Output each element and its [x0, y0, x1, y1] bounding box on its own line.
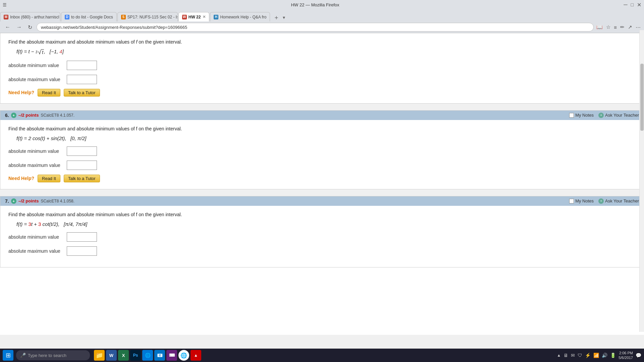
- question-5-max-row: absolute maximum value: [8, 75, 636, 84]
- address-bar-row: ← → ↻ 📖 ☆ ≡ ✏ ↗ ⋯: [0, 21, 644, 33]
- question-7-points: –/2 points: [18, 198, 39, 203]
- question-6-max-label: absolute maximum value: [8, 163, 62, 168]
- question-6-header-left: 6. + –/2 points SCalcET8 4.1.057.: [5, 113, 74, 118]
- question-5-formula: f(t) = t − 3√t, [−1, 4]: [16, 49, 636, 55]
- question-6-my-notes-label: My Notes: [575, 113, 594, 118]
- window-menu[interactable]: ☰: [3, 2, 7, 7]
- section-gap-6-7: [0, 189, 644, 196]
- forward-button[interactable]: →: [15, 23, 23, 31]
- tab-new[interactable]: ＋ ▾: [272, 13, 286, 21]
- question-7-notes-checkbox[interactable]: [569, 199, 574, 203]
- menu-icon[interactable]: ≡: [614, 24, 617, 30]
- question-6-source: SCalcET8 4.1.057.: [41, 113, 74, 118]
- refresh-button[interactable]: ↻: [26, 23, 34, 31]
- question-6-talk-tutor-btn[interactable]: Talk to a Tutor: [64, 175, 100, 182]
- browser-actions: 📖 ☆ ≡ ✏ ↗ ⋯: [596, 24, 641, 30]
- maximize-btn[interactable]: □: [631, 2, 634, 7]
- question-6-need-help-label: Need Help?: [8, 176, 34, 181]
- question-6-my-notes: My Notes: [569, 113, 594, 118]
- question-6-ask-teacher[interactable]: + Ask Your Teacher: [598, 113, 639, 118]
- question-6-min-label: absolute minimum value: [8, 148, 62, 154]
- reader-view-icon[interactable]: 📖: [596, 24, 603, 30]
- question-6-text: Find the absolute maximum and absolute m…: [8, 126, 636, 131]
- question-6-header: 6. + –/2 points SCalcET8 4.1.057. My Not…: [0, 111, 644, 120]
- question-7-my-notes: My Notes: [569, 198, 594, 203]
- tab-close-hw22[interactable]: ✕: [203, 15, 206, 19]
- question-6-max-row: absolute maximum value: [8, 161, 636, 170]
- question-5-text: Find the absolute maximum and absolute m…: [8, 39, 636, 45]
- minimize-btn[interactable]: ─: [624, 2, 627, 8]
- question-6-body: Find the absolute maximum and absolute m…: [0, 120, 644, 189]
- scroll-thumb[interactable]: [640, 64, 644, 131]
- share-icon[interactable]: ↗: [628, 24, 632, 30]
- tab-sp17[interactable]: S SP17: NUFS-115 Sec 02 - Iss: [117, 12, 178, 21]
- question-7-max-row: absolute maximum value: [8, 246, 636, 256]
- question-7-min-input[interactable]: [67, 232, 97, 242]
- more-icon[interactable]: ⋯: [636, 24, 641, 30]
- question-6-points: –/2 points: [18, 113, 39, 118]
- question-7-ask-teacher-label: Ask Your Teacher: [605, 198, 639, 203]
- question-7-plus-icon[interactable]: +: [11, 198, 16, 204]
- question-5-max-input[interactable]: [67, 75, 97, 84]
- tab-homeworkhelp[interactable]: H Homework Help - Q&A fro: [210, 12, 270, 21]
- question-7-section: 7. + –/2 points SCalcET8 4.1.058. My Not…: [0, 196, 644, 267]
- question-6-read-it-btn[interactable]: Read It: [38, 175, 60, 182]
- question-7-body: Find the absolute maximum and absolute m…: [0, 206, 644, 267]
- question-6-ask-teacher-icon: +: [598, 113, 604, 118]
- question-6-notes-checkbox[interactable]: [569, 113, 574, 118]
- bookmark-icon[interactable]: ☆: [606, 24, 610, 30]
- tab-googledocs[interactable]: D to do list - Google Docs: [61, 12, 117, 21]
- window-title: HW 22 — Mozilla Firefox: [291, 2, 339, 7]
- pencil-icon[interactable]: ✏: [620, 24, 625, 30]
- question-5-section: Find the absolute maximum and absolute m…: [0, 33, 644, 104]
- browser-chrome: ☰ HW 22 — Mozilla Firefox ─ □ ✕ M Inbox …: [0, 0, 644, 33]
- scroll-bar[interactable]: [639, 30, 644, 332]
- question-7-header: 7. + –/2 points SCalcET8 4.1.058. My Not…: [0, 196, 644, 206]
- question-7-header-left: 7. + –/2 points SCalcET8 4.1.058.: [5, 198, 74, 204]
- question-7-source: SCalcET8 4.1.058.: [41, 199, 74, 203]
- tab-bar: M Inbox (680) - arthur.harniscl D to do …: [0, 9, 644, 21]
- tab-hw22[interactable]: W HW 22 ✕: [178, 12, 210, 21]
- question-6-max-input[interactable]: [67, 161, 97, 170]
- question-5-body: Find the absolute maximum and absolute m…: [0, 33, 644, 103]
- tab-gmail[interactable]: M Inbox (680) - arthur.harniscl: [0, 12, 60, 21]
- question-6-section: 6. + –/2 points SCalcET8 4.1.057. My Not…: [0, 110, 644, 189]
- question-7-min-row: absolute minimum value: [8, 232, 636, 242]
- question-7-ask-teacher[interactable]: + Ask Your Teacher: [598, 198, 639, 204]
- question-6-help-row: Need Help? Read It Talk to a Tutor: [8, 175, 636, 182]
- address-input[interactable]: [37, 23, 594, 32]
- question-5-max-label: absolute maximum value: [8, 77, 62, 82]
- page-content: Find the absolute maximum and absolute m…: [0, 33, 644, 335]
- question-6-ask-teacher-label: Ask Your Teacher: [605, 113, 639, 118]
- question-5-min-label: absolute minimum value: [8, 63, 62, 68]
- question-5-min-row: absolute minimum value: [8, 61, 636, 70]
- question-6-number: 6.: [5, 113, 9, 118]
- back-button[interactable]: ←: [3, 23, 12, 31]
- question-5-read-it-btn[interactable]: Read It: [38, 89, 60, 97]
- question-7-formula: f(t) = 3t + 3 cot(t/2), [π/4, 7π/4]: [16, 221, 636, 227]
- question-5-need-help-label: Need Help?: [8, 90, 34, 95]
- section-gap-5-6: [0, 104, 644, 110]
- question-7-number: 7.: [5, 198, 9, 204]
- question-7-text: Find the absolute maximum and absolute m…: [8, 212, 636, 217]
- question-6-header-right: My Notes + Ask Your Teacher: [569, 113, 639, 118]
- question-7-max-label: absolute maximum value: [8, 248, 62, 254]
- question-7-header-right: My Notes + Ask Your Teacher: [569, 198, 639, 204]
- question-5-talk-tutor-btn[interactable]: Talk to a Tutor: [64, 89, 100, 97]
- question-6-plus-icon[interactable]: +: [11, 113, 16, 118]
- question-6-min-input[interactable]: [67, 146, 97, 156]
- question-7-my-notes-label: My Notes: [575, 198, 594, 203]
- question-5-help-row: Need Help? Read It Talk to a Tutor: [8, 89, 636, 97]
- question-7-ask-teacher-icon: +: [598, 198, 604, 204]
- question-7-min-label: absolute minimum value: [8, 234, 62, 240]
- close-btn[interactable]: ✕: [637, 2, 641, 8]
- question-5-min-input[interactable]: [67, 61, 97, 70]
- question-7-max-input[interactable]: [67, 246, 97, 256]
- question-6-min-row: absolute minimum value: [8, 146, 636, 156]
- question-6-formula: f(t) = 2 cos(t) + sin(2t), [0, π/2]: [16, 135, 636, 141]
